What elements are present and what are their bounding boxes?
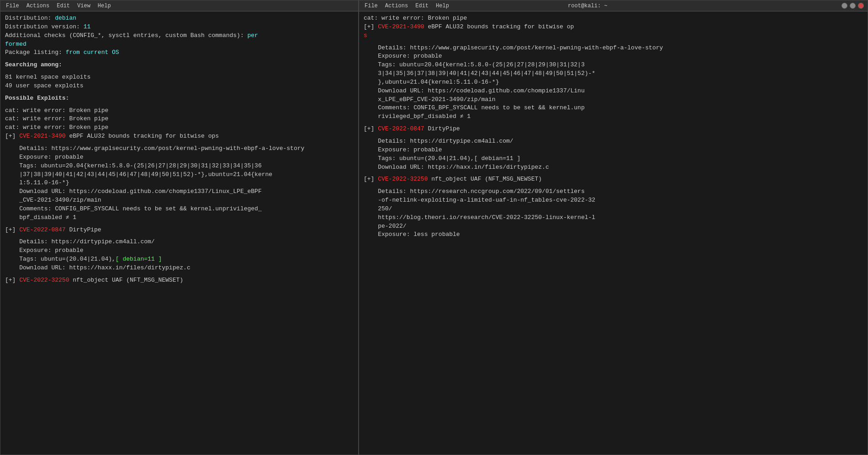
- left-cve-2022-0847: [+] CVE-2022-0847 DirtyPipe: [5, 226, 354, 235]
- right-tags-1b: 3|34|35|36|37|38|39|40|41|42|43|44|45|46…: [364, 70, 863, 78]
- right-tags-1: Tags: ubuntu=20.04{kernel:5.8.0-(25|26|2…: [364, 61, 863, 70]
- close-button[interactable]: [858, 3, 864, 9]
- right-comments-1: Comments: CONFIG_BPF_SYSCALL needs to be…: [364, 104, 863, 112]
- right-exposure-2: Exposure: probable: [364, 146, 863, 155]
- right-menu-file[interactable]: File: [363, 2, 380, 10]
- right-details-3c: 250/: [364, 205, 863, 214]
- right-menu-actions[interactable]: Actions: [383, 2, 410, 10]
- right-menu-edit[interactable]: Edit: [413, 2, 430, 10]
- left-broken-pipe-3: cat: write error: Broken pipe: [5, 123, 354, 132]
- left-details-1: Details: https://www.graplsecurity.com/p…: [5, 145, 354, 153]
- left-user-count: 49 user space exploits: [5, 82, 354, 91]
- right-tags-1c: },ubuntu=21.04{kernel:5.11.0-16-*}: [364, 78, 863, 87]
- left-broken-pipe-1: cat: write error: Broken pipe: [5, 107, 354, 115]
- left-details-2: Details: https://dirtypipe.cm4all.com/: [5, 238, 354, 246]
- right-details-3e: pe-2022/: [364, 222, 863, 231]
- left-terminal: File Actions Edit View Help Distribution…: [0, 0, 359, 455]
- right-tags-2: Tags: ubuntu=(20.04|21.04),[ debian=11 ]: [364, 155, 863, 163]
- left-exposure-1: Exposure: probable: [5, 153, 354, 162]
- left-tags-1: Tags: ubuntu=20.04{kernel:5.8.0-(25|26|2…: [5, 162, 354, 171]
- right-exposure-3: Exposure: less probable: [364, 230, 863, 239]
- right-details-2: Details: https://dirtypipe.cm4all.com/: [364, 137, 863, 146]
- left-line-3b: formed: [5, 40, 354, 49]
- right-terminal-title: root@kali: ~: [568, 3, 607, 9]
- menu-edit[interactable]: Edit: [55, 2, 72, 10]
- left-searching-header: Searching among:: [5, 61, 354, 70]
- right-cve-2022-32250: [+] CVE-2022-32250 nft_object UAF (NFT_M…: [364, 175, 863, 184]
- right-details-1: Details: https://www.graplsecurity.com/p…: [364, 44, 863, 53]
- right-comments-1b: rivileged_bpf_disabled ≠ 1: [364, 112, 863, 121]
- left-title-bar: File Actions Edit View Help: [0, 0, 358, 11]
- left-comments-1b: bpf_disabled ≠ 1: [5, 214, 354, 222]
- left-kernel-count: 81 kernel space exploits: [5, 73, 354, 82]
- right-menu-help[interactable]: Help: [434, 2, 451, 10]
- right-download-1b: x_LPE_eBPF_CVE-2021-3490/zip/main: [364, 96, 863, 104]
- maximize-button[interactable]: [850, 3, 856, 9]
- right-details-3b: -of-netlink-exploiting-a-limited-uaf-in-…: [364, 196, 863, 205]
- right-details-3: Details: https://research.nccgroup.com/2…: [364, 187, 863, 196]
- left-terminal-body: Distribution: debian Distribution versio…: [0, 11, 358, 455]
- left-menu-bar[interactable]: File Actions Edit View Help: [4, 2, 113, 10]
- right-terminal: File Actions Edit Help root@kali: ~ cat:…: [359, 0, 868, 455]
- minimize-button[interactable]: [842, 3, 847, 9]
- left-tags-1c: l:5.11.0-16-*}: [5, 179, 354, 187]
- menu-file[interactable]: File: [4, 2, 21, 10]
- menu-view[interactable]: View: [75, 2, 92, 10]
- left-broken-pipe-2: cat: write error: Broken pipe: [5, 115, 354, 123]
- right-terminal-body: cat: write error: Broken pipe [+] CVE-20…: [359, 11, 868, 455]
- left-download-2: Download URL: https://haxx.in/files/dirt…: [5, 264, 354, 273]
- right-window-controls[interactable]: [842, 3, 864, 9]
- right-broken-pipe: cat: write error: Broken pipe: [364, 14, 863, 23]
- left-tags-2: Tags: ubuntu=(20.04|21.04),[ debian=11 ]: [5, 255, 354, 264]
- right-title-bar: File Actions Edit Help root@kali: ~: [359, 0, 868, 11]
- left-download-1b: _CVE-2021-3490/zip/main: [5, 196, 354, 205]
- right-details-3d: https://blog.theori.io/research/CVE-2022…: [364, 214, 863, 222]
- left-download-1: Download URL: https://codeload.github.co…: [5, 187, 354, 196]
- left-exposure-2: Exposure: probable: [5, 246, 354, 255]
- right-exposure-1: Exposure: probable: [364, 52, 863, 61]
- right-cve-2021-3490b: s: [364, 32, 863, 40]
- menu-help[interactable]: Help: [96, 2, 113, 10]
- right-download-1: Download URL: https://codeload.github.co…: [364, 87, 863, 96]
- left-line-1: Distribution: debian: [5, 14, 354, 23]
- right-menu-bar[interactable]: File Actions Edit Help: [363, 2, 451, 10]
- left-possible-header: Possible Exploits:: [5, 94, 354, 103]
- menu-actions[interactable]: Actions: [25, 2, 51, 10]
- left-line-3: Additional checks (CONFIG_*, sysctl entr…: [5, 32, 354, 40]
- left-cve-2022-32250: [+] CVE-2022-32250 nft_object UAF (NFT_M…: [5, 276, 354, 285]
- right-cve-2022-0847: [+] CVE-2022-0847 DirtyPipe: [364, 125, 863, 134]
- left-cve-2021-3490: [+] CVE-2021-3490 eBPF ALU32 bounds trac…: [5, 132, 354, 141]
- right-cve-2021-3490: [+] CVE-2021-3490 eBPF ALU32 bounds trac…: [364, 23, 863, 32]
- right-download-2: Download URL: https://haxx.in/files/dirt…: [364, 163, 863, 172]
- left-line-2: Distribution version: 11: [5, 23, 354, 32]
- left-tags-1b: |37|38|39|40|41|42|43|44|45|46|47|48|49|…: [5, 171, 354, 179]
- left-comments-1: Comments: CONFIG_BPF_SYSCALL needs to be…: [5, 205, 354, 214]
- left-line-4: Package listing: from current OS: [5, 48, 354, 57]
